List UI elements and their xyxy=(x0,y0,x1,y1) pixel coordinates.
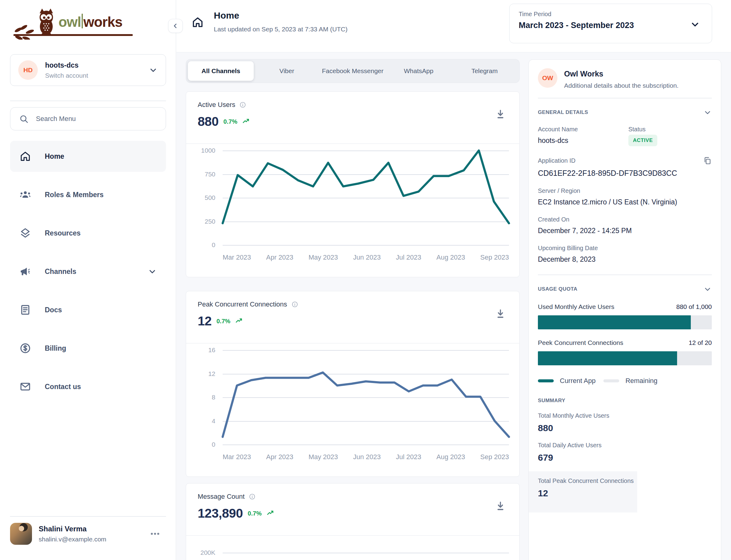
x-tick-label: Jul 2023 xyxy=(396,253,421,261)
sidebar-item-roles-members[interactable]: Roles & Members xyxy=(10,179,166,210)
x-tick-label: Sep 2023 xyxy=(480,453,509,461)
y-tick-label: 1000 xyxy=(198,147,215,154)
chart-plot-area xyxy=(223,151,509,245)
status-badge: ACTIVE xyxy=(628,135,657,146)
trending-up-icon xyxy=(267,509,275,518)
card-title: Peak Concurrent Connections xyxy=(198,300,287,308)
user-profile[interactable]: Shalini Verma shalini.v@example.com xyxy=(10,523,166,545)
peak-connections-chart: 16 12 8 4 0 Mar 2023 Apr 2023 May 2023 J… xyxy=(198,350,509,445)
x-tick-label: Apr 2023 xyxy=(266,453,293,461)
info-icon[interactable] xyxy=(249,493,256,500)
active-users-card: Active Users 880 0.7% 1000 xyxy=(186,91,520,277)
time-period-value: March 2023 - September 2023 xyxy=(519,21,703,30)
users-icon xyxy=(19,189,31,201)
message-count-chart: 200K xyxy=(198,542,509,560)
y-tick-label: 250 xyxy=(198,218,215,225)
search-menu-input[interactable] xyxy=(10,107,166,130)
metric-value: 123,890 xyxy=(198,506,243,521)
sidebar-item-contact-us[interactable]: Contact us xyxy=(10,371,166,402)
sidebar-divider xyxy=(10,101,166,101)
general-details-header[interactable]: GENERAL DETAILS xyxy=(538,108,712,117)
chevron-down-icon xyxy=(703,108,712,117)
gridline xyxy=(223,445,509,445)
wordmark-divider xyxy=(82,14,83,28)
info-icon[interactable] xyxy=(292,301,298,308)
trending-up-icon xyxy=(235,317,244,325)
app-root: owlworks HD hoots-dcs Switch account xyxy=(0,0,731,560)
usage-quota-header[interactable]: USAGE QUOTA xyxy=(538,285,712,293)
summary-item: Total Peak Concurrent Connections 12 xyxy=(529,471,637,512)
quota-value: 880 of 1,000 xyxy=(676,303,712,310)
tab-label: Viber xyxy=(279,67,294,75)
account-switcher[interactable]: HD hoots-dcs Switch account xyxy=(10,54,166,86)
x-tick-label: Mar 2023 xyxy=(223,253,251,261)
download-icon[interactable] xyxy=(495,308,506,319)
tab-label: Facebook Messenger xyxy=(322,67,383,75)
search-field[interactable] xyxy=(35,115,157,123)
tab-viber[interactable]: Viber xyxy=(254,61,320,81)
org-avatar: OW xyxy=(538,68,557,88)
time-period-select[interactable]: Time Period March 2023 - September 2023 xyxy=(509,4,712,43)
user-name: Shalini Verma xyxy=(39,525,106,533)
progress-bar xyxy=(538,351,712,365)
card-title: Active Users xyxy=(198,101,235,109)
legend-label: Current App xyxy=(560,377,595,385)
last-updated-text: Last updated on Sep 5, 2023 at 7:33 AM (… xyxy=(214,26,348,33)
sidebar-item-home[interactable]: Home xyxy=(10,141,166,172)
x-axis-labels: Mar 2023 Apr 2023 May 2023 Jun 2023 Jul … xyxy=(223,453,509,461)
user-email: shalini.v@example.com xyxy=(39,536,106,543)
sidebar-item-channels[interactable]: Channels xyxy=(10,256,166,287)
download-icon[interactable] xyxy=(495,501,506,512)
y-tick-label: 8 xyxy=(198,394,215,401)
sidebar-item-label: Home xyxy=(45,152,64,161)
time-period-label: Time Period xyxy=(519,11,703,18)
quota-legend: Current App Remaining xyxy=(538,377,712,385)
billing-date-value: December 8, 2023 xyxy=(538,255,712,264)
sidebar-item-resources[interactable]: Resources xyxy=(10,218,166,249)
tab-telegram[interactable]: Telegram xyxy=(452,61,517,81)
info-icon[interactable] xyxy=(240,101,246,108)
status-label: Status xyxy=(628,126,657,133)
copy-icon[interactable] xyxy=(703,156,712,165)
x-tick-label: May 2023 xyxy=(309,253,338,261)
gridline xyxy=(223,245,509,246)
home-icon xyxy=(191,16,204,29)
search-icon xyxy=(19,114,29,124)
peak-connections-card: Peak Concurrent Connections 12 0.7% xyxy=(186,291,520,477)
gridline xyxy=(223,553,509,553)
created-on-label: Created On xyxy=(538,216,712,223)
application-id-value: CD61EF22-2F18-895D-DF7B3C9D83CC xyxy=(538,169,712,178)
metric-delta: 0.7% xyxy=(224,118,238,125)
chevron-down-icon xyxy=(148,267,157,276)
sidebar-collapse-button[interactable] xyxy=(168,19,183,33)
x-tick-label: Mar 2023 xyxy=(223,453,251,461)
metric-delta: 0.7% xyxy=(248,510,262,517)
panel-divider xyxy=(538,275,712,275)
sidebar-item-docs[interactable]: Docs xyxy=(10,294,166,325)
y-tick-label: 200K xyxy=(198,549,215,556)
tab-facebook-messenger[interactable]: Facebook Messenger xyxy=(320,61,385,81)
channel-tabs: All Channels Viber Facebook Messenger Wh… xyxy=(186,59,520,83)
tab-whatsapp[interactable]: WhatsApp xyxy=(385,61,451,81)
chart-plot-area xyxy=(223,350,509,445)
message-count-card: Message Count 123,890 0.7% 200K xyxy=(186,483,520,560)
chevron-down-icon xyxy=(690,19,700,30)
account-name-label: Account Name xyxy=(538,126,628,133)
sidebar-item-label: Contact us xyxy=(45,383,81,391)
account-name: hoots-dcs xyxy=(45,61,88,69)
progress-bar xyxy=(538,315,712,329)
brand-logo[interactable]: owlworks xyxy=(13,8,138,41)
x-tick-label: Jun 2023 xyxy=(353,253,381,261)
section-title: USAGE QUOTA xyxy=(538,286,577,292)
download-icon[interactable] xyxy=(495,109,506,120)
created-on-value: December 7, 2022 - 14:25 PM xyxy=(538,227,712,235)
tab-all-channels[interactable]: All Channels xyxy=(188,61,254,81)
sidebar-item-label: Resources xyxy=(45,229,81,237)
more-options-icon[interactable] xyxy=(150,528,161,539)
sidebar-item-billing[interactable]: Billing xyxy=(10,333,166,364)
main-header: Home Last updated on Sep 5, 2023 at 7:33… xyxy=(176,0,731,52)
legend-label: Remaining xyxy=(625,377,657,385)
x-tick-label: Apr 2023 xyxy=(266,253,293,261)
summary-label: Total Peak Concurrent Connections xyxy=(538,477,637,484)
home-icon xyxy=(19,150,31,162)
